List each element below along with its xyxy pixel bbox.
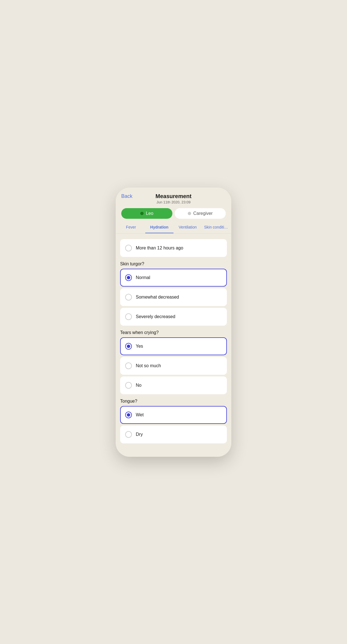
radio-wet xyxy=(125,412,132,418)
option-severely-label: Severely decreased xyxy=(136,314,175,319)
skin-turgor-question: Skin turgor? xyxy=(120,261,227,266)
toggle-caregiver[interactable]: Caregiver xyxy=(175,208,226,219)
tab-ventilation[interactable]: Ventilation xyxy=(174,222,202,233)
radio-somewhat xyxy=(125,294,132,301)
content-area: More than 12 hours ago Skin turgor? Norm… xyxy=(116,234,231,457)
option-more-than-12[interactable]: More than 12 hours ago xyxy=(120,239,227,257)
option-not-so-much[interactable]: Not so much xyxy=(120,357,227,375)
tab-bar: Fever Hydration Ventilation Skin conditi… xyxy=(116,222,231,234)
option-somewhat-decreased[interactable]: Somewhat decreased xyxy=(120,288,227,306)
leo-dot-icon xyxy=(140,212,144,215)
leo-label: Leo xyxy=(146,211,153,216)
radio-not-so-much xyxy=(125,362,132,369)
radio-yes xyxy=(125,343,132,350)
tab-skin[interactable]: Skin conditi… xyxy=(202,222,230,233)
option-yes-label: Yes xyxy=(136,344,143,349)
phone-inner: Back Measurement Jun 11th 2020, 23:09 Le… xyxy=(116,188,231,457)
radio-dry xyxy=(125,431,132,438)
option-somewhat-label: Somewhat decreased xyxy=(136,295,179,300)
toggle-leo[interactable]: Leo xyxy=(121,208,172,219)
last-drink-section: More than 12 hours ago xyxy=(120,239,227,257)
tears-section: Tears when crying? Yes Not so much No xyxy=(120,330,227,394)
radio-normal-inner xyxy=(127,276,130,279)
radio-yes-inner xyxy=(127,345,130,348)
radio-wet-inner xyxy=(127,413,130,417)
radio-no xyxy=(125,382,132,389)
tab-hydration[interactable]: Hydration xyxy=(145,222,174,233)
option-wet[interactable]: Wet xyxy=(120,406,227,424)
caregiver-dot-icon xyxy=(188,212,191,215)
option-normal[interactable]: Normal xyxy=(120,269,227,287)
option-yes[interactable]: Yes xyxy=(120,337,227,355)
option-wet-label: Wet xyxy=(136,412,144,417)
option-dry[interactable]: Dry xyxy=(120,426,227,443)
option-no[interactable]: No xyxy=(120,376,227,394)
page-title: Measurement xyxy=(156,193,192,200)
radio-more-than-12 xyxy=(125,245,132,251)
header-row: Back Measurement xyxy=(121,193,226,200)
tab-fever[interactable]: Fever xyxy=(117,222,145,233)
skin-turgor-section: Skin turgor? Normal Somewhat decreased S… xyxy=(120,261,227,326)
toggle-row: Leo Caregiver xyxy=(121,208,226,219)
tongue-section: Tongue? Wet Dry xyxy=(120,399,227,443)
tears-question: Tears when crying? xyxy=(120,330,227,335)
back-button[interactable]: Back xyxy=(121,193,132,199)
option-more-than-12-label: More than 12 hours ago xyxy=(136,246,183,251)
option-no-label: No xyxy=(136,383,141,388)
option-not-so-much-label: Not so much xyxy=(136,363,161,368)
option-normal-label: Normal xyxy=(136,275,150,280)
radio-normal xyxy=(125,274,132,281)
header: Back Measurement Jun 11th 2020, 23:09 Le… xyxy=(116,188,231,222)
header-subtitle: Jun 11th 2020, 23:09 xyxy=(156,200,191,204)
caregiver-label: Caregiver xyxy=(193,211,213,216)
option-dry-label: Dry xyxy=(136,432,143,437)
phone-frame: Back Measurement Jun 11th 2020, 23:09 Le… xyxy=(116,188,231,457)
option-severely-decreased[interactable]: Severely decreased xyxy=(120,308,227,326)
tongue-question: Tongue? xyxy=(120,399,227,404)
radio-severely xyxy=(125,313,132,320)
